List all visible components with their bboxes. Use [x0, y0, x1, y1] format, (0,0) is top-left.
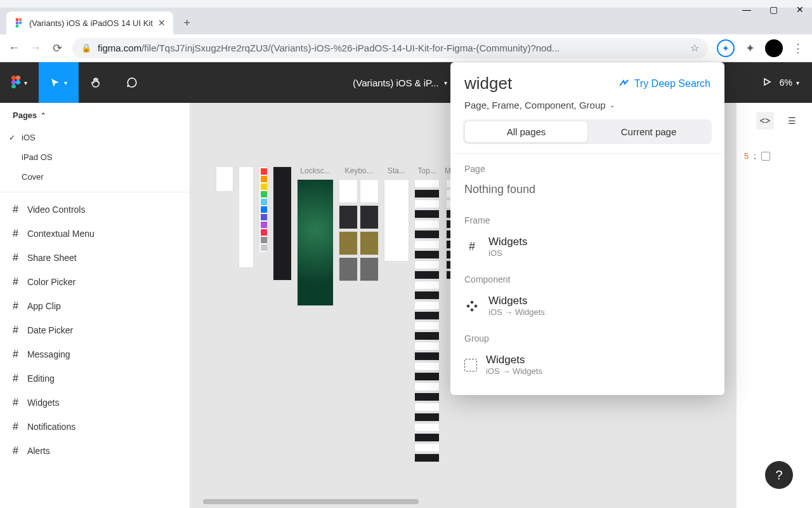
- artboard-thumb[interactable]: [414, 260, 440, 269]
- seg-all-pages[interactable]: All pages: [465, 121, 587, 142]
- result-group-widgets[interactable]: Widgets iOS → Widgets: [450, 347, 724, 382]
- extensions-puzzle-icon[interactable]: ✦: [743, 41, 756, 55]
- artboard-thumb[interactable]: [339, 179, 358, 203]
- close-window-icon[interactable]: ✕: [796, 5, 804, 14]
- layer-item[interactable]: #Share Sheet: [0, 246, 190, 270]
- layer-item[interactable]: #App Clip: [0, 294, 190, 318]
- artboard-thumb[interactable]: [414, 352, 440, 361]
- new-tab-button[interactable]: +: [178, 14, 196, 32]
- artboard-thumb[interactable]: [414, 301, 440, 310]
- document-title[interactable]: (Variants) iOS & iP... ▾ ▾: [353, 77, 459, 88]
- layer-item[interactable]: #Messaging: [0, 342, 190, 366]
- artboard-thumb[interactable]: [360, 231, 379, 255]
- filter-dropdown[interactable]: Page, Frame, Component, Group ⌄: [450, 96, 724, 119]
- artboard-thumb[interactable]: [414, 423, 440, 432]
- artboard-thumb[interactable]: [414, 281, 440, 290]
- browser-menu-icon[interactable]: ⋮: [792, 41, 804, 55]
- artboard-thumb[interactable]: [414, 443, 440, 452]
- artboard-thumb[interactable]: [414, 433, 440, 442]
- zoom-control[interactable]: 6% ▾: [780, 77, 799, 88]
- svg-point-4: [16, 25, 19, 28]
- figma-menu-button[interactable]: ▾: [0, 62, 39, 103]
- layer-item[interactable]: #Date Picker: [0, 318, 190, 342]
- layer-label: Alerts: [27, 446, 50, 456]
- reload-icon[interactable]: ⟳: [51, 41, 63, 55]
- artboard-thumb[interactable]: [414, 210, 440, 218]
- move-tool-button[interactable]: ▾: [39, 62, 79, 103]
- layer-item[interactable]: #Notifications: [0, 415, 190, 439]
- artboard-thumb[interactable]: [414, 250, 440, 259]
- profile-avatar[interactable]: [765, 39, 783, 57]
- seg-current-page[interactable]: Current page: [587, 121, 710, 142]
- layer-item[interactable]: #Alerts: [0, 439, 190, 463]
- artboard-thumb[interactable]: [414, 271, 440, 279]
- list-panel-icon[interactable]: ☰: [783, 112, 801, 130]
- svg-rect-11: [470, 308, 474, 312]
- group-icon: [464, 359, 477, 371]
- browser-tab[interactable]: (Variants) iOS & iPadOS 14 UI Kit ✕: [6, 11, 173, 34]
- bookmark-star-icon[interactable]: ☆: [690, 42, 699, 54]
- artboard-thumb[interactable]: [360, 257, 379, 281]
- result-frame-widgets[interactable]: # Widgets iOS: [450, 229, 724, 264]
- artboard-thumb[interactable]: [414, 453, 440, 462]
- artboard-thumb[interactable]: [259, 166, 268, 253]
- artboard-thumb[interactable]: [414, 189, 440, 198]
- artboard-thumb[interactable]: [216, 166, 233, 192]
- artboard-thumb[interactable]: [414, 372, 440, 381]
- extension-icon[interactable]: ✦: [717, 39, 735, 57]
- artboard-thumb[interactable]: [360, 205, 379, 229]
- back-icon[interactable]: ←: [8, 41, 20, 55]
- layer-label: Contextual Menu: [27, 229, 95, 239]
- artboard-thumb[interactable]: [414, 220, 440, 229]
- artboard-thumb[interactable]: [414, 311, 440, 320]
- artboard-thumb[interactable]: [414, 403, 440, 411]
- figma-left-sidebar: Pages ⌃ iOSiPad OSCover #Video Controls#…: [0, 103, 190, 508]
- deep-search-link[interactable]: Try Deep Search: [618, 78, 710, 90]
- page-item[interactable]: Cover: [0, 167, 190, 187]
- artboard-thumb[interactable]: [384, 179, 409, 262]
- artboard-thumb[interactable]: [414, 342, 440, 351]
- artboard-thumb[interactable]: [414, 199, 440, 208]
- address-bar[interactable]: 🔒 figma.com/file/TqsJ7injSxugzHre2rqZU3/…: [72, 38, 708, 58]
- page-item[interactable]: iPad OS: [0, 147, 190, 167]
- artboard-thumb[interactable]: [414, 321, 440, 330]
- layer-item[interactable]: #Editing: [0, 366, 190, 391]
- artboard-thumb[interactable]: [414, 392, 440, 401]
- section-page: Page: [450, 154, 724, 178]
- svg-rect-5: [11, 76, 16, 80]
- forward-icon[interactable]: →: [29, 41, 42, 55]
- artboard-thumb[interactable]: [339, 205, 358, 229]
- layer-item[interactable]: #Video Controls: [0, 197, 190, 222]
- artboard-thumb[interactable]: [414, 331, 440, 340]
- tab-close-icon[interactable]: ✕: [158, 18, 166, 28]
- artboard-thumb[interactable]: [297, 179, 334, 306]
- artboard-thumb[interactable]: [414, 291, 440, 300]
- present-icon[interactable]: [762, 77, 772, 89]
- code-panel-icon[interactable]: <>: [756, 112, 774, 130]
- horizontal-scrollbar[interactable]: [203, 499, 419, 504]
- artboard-thumb[interactable]: [414, 382, 440, 391]
- copy-checkbox[interactable]: [761, 152, 770, 161]
- pages-header[interactable]: Pages ⌃: [0, 103, 190, 128]
- artboard-thumb[interactable]: [239, 166, 254, 268]
- artboard-thumb[interactable]: [360, 179, 379, 203]
- artboard-thumb[interactable]: [273, 166, 292, 281]
- layer-item[interactable]: #Contextual Menu: [0, 222, 190, 246]
- artboard-thumb[interactable]: [414, 413, 440, 422]
- search-query[interactable]: widget: [464, 74, 512, 93]
- artboard-thumb[interactable]: [414, 240, 440, 249]
- help-button[interactable]: ?: [765, 461, 793, 489]
- maximize-icon[interactable]: ▢: [769, 5, 778, 14]
- comment-tool-button[interactable]: [114, 62, 150, 103]
- minimize-icon[interactable]: —: [742, 5, 751, 14]
- hand-tool-button[interactable]: [79, 62, 114, 103]
- artboard-thumb[interactable]: [339, 257, 358, 281]
- layer-item[interactable]: #Widgets: [0, 391, 190, 415]
- artboard-thumb[interactable]: [414, 362, 440, 371]
- page-item[interactable]: iOS: [0, 128, 190, 147]
- result-component-widgets[interactable]: Widgets iOS → Widgets: [450, 288, 724, 323]
- artboard-thumb[interactable]: [414, 179, 440, 188]
- layer-item[interactable]: #Color Picker: [0, 270, 190, 294]
- artboard-thumb[interactable]: [414, 230, 440, 239]
- artboard-thumb[interactable]: [339, 231, 358, 255]
